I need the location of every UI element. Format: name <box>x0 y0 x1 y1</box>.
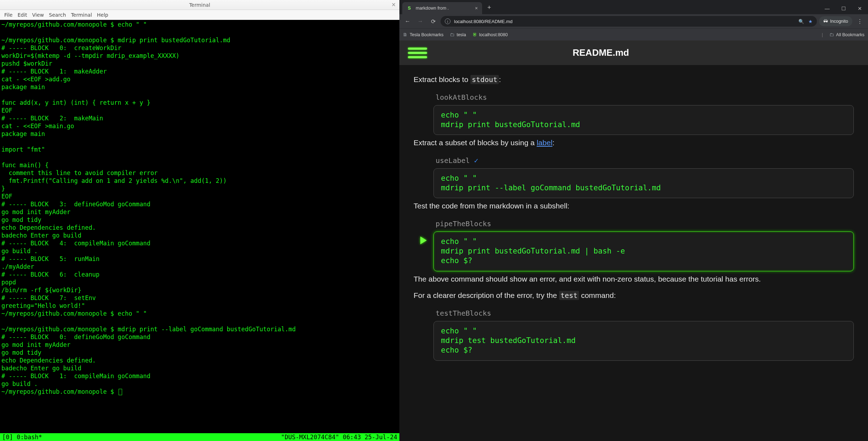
kebab-menu-icon[interactable]: ⋮ <box>855 16 865 27</box>
bookmarks-bar: 🗎Tesla Bookmarks🗀tesla⛨localhost:8080|🗀A… <box>399 28 868 40</box>
code-block[interactable]: echo " " mdrip print bustedGoTutorial.md… <box>433 232 854 271</box>
code-block-label: pipeTheBlocks <box>436 218 854 229</box>
hamburger-icon[interactable] <box>408 48 427 58</box>
run-spacer <box>414 168 433 198</box>
incognito-badge[interactable]: 🕶 Incognito <box>819 16 852 26</box>
code-block-label-text: pipeTheBlocks <box>436 218 491 229</box>
page-header: README.md <box>399 40 868 65</box>
maximize-icon[interactable]: ☐ <box>835 3 852 14</box>
all-bookmarks-button[interactable]: 🗀All Bookmarks <box>829 32 864 37</box>
code-block[interactable]: echo " " mdrip print bustedGoTutorial.md <box>433 105 854 135</box>
tab-title: markdown from . <box>416 6 449 11</box>
page-content[interactable]: Extract blocks to stdout:lookAtBlocksech… <box>399 65 868 441</box>
code-block-wrap: echo " " mdrip print bustedGoTutorial.md… <box>414 232 854 271</box>
bookmark-label: Tesla Bookmarks <box>410 32 443 37</box>
folder-icon: 🗀 <box>829 32 834 37</box>
browser-window: S markdown from . × + — ☐ ✕ ← → ⟳ i loca… <box>399 0 868 441</box>
code-block-label-text: useLabel <box>436 155 470 166</box>
new-tab-button[interactable]: + <box>484 3 494 13</box>
link-label[interactable]: label <box>537 138 552 147</box>
bookmarks-separator: | <box>822 32 823 37</box>
run-spacer <box>414 321 433 361</box>
site-info-icon[interactable]: i <box>445 18 451 24</box>
bookmark-label: tesla <box>457 32 466 37</box>
menu-search[interactable]: Search <box>49 12 66 18</box>
check-icon: ✓ <box>474 155 478 166</box>
tmux-statusbar: [0] 0:bash* "DUS-MXL2074C84" 06:43 25-Ju… <box>0 433 399 441</box>
window-controls: — ☐ ✕ <box>819 3 868 14</box>
menu-file[interactable]: File <box>4 12 12 18</box>
address-bar[interactable]: i localhost:8080/README.md 🔍 ★ <box>441 16 817 27</box>
terminal-window: Terminal × FileEditViewSearchTerminalHel… <box>0 0 399 441</box>
status-left: [0] 0:bash* <box>2 433 42 441</box>
terminal-titlebar[interactable]: Terminal × <box>0 0 399 10</box>
inline-code: stdout <box>470 75 499 84</box>
section-text: The above command should show an error, … <box>414 273 854 285</box>
terminal-cursor <box>119 389 122 395</box>
folder-icon: 🗀 <box>450 32 454 37</box>
section-text: Extract blocks to stdout: <box>414 74 854 86</box>
tab-favicon-icon: S <box>406 5 412 11</box>
url-text: localhost:8080/README.md <box>454 19 513 24</box>
menu-edit[interactable]: Edit <box>17 12 27 18</box>
menu-terminal[interactable]: Terminal <box>71 12 92 18</box>
code-block-label: lookAtBlocks <box>436 92 854 103</box>
code-block[interactable]: echo " " mdrip print --label goCommand b… <box>433 168 854 198</box>
browser-toolbar: ← → ⟳ i localhost:8080/README.md 🔍 ★ 🕶 I… <box>399 14 868 28</box>
shield-icon: ⛨ <box>473 32 477 37</box>
incognito-icon: 🕶 <box>823 19 828 24</box>
code-block-label: testTheBlocks <box>436 308 854 319</box>
bookmark-star-icon[interactable]: ★ <box>808 19 813 24</box>
run-spacer <box>414 105 433 135</box>
terminal-body[interactable]: ~/myrepos/github.com/monopole $ echo " "… <box>0 20 399 441</box>
terminal-title: Terminal <box>189 2 210 8</box>
section-text: For a clearer description of the error, … <box>414 290 854 301</box>
code-block-wrap: echo " " mdrip print bustedGoTutorial.md <box>414 105 854 135</box>
tab-strip-row: S markdown from . × + — ☐ ✕ <box>399 0 868 14</box>
tab-strip: S markdown from . × + <box>399 2 494 14</box>
minimize-icon[interactable]: — <box>819 3 835 14</box>
doc-icon: 🗎 <box>403 32 408 37</box>
code-block-label: useLabel✓ <box>436 155 854 166</box>
play-icon <box>420 236 427 244</box>
section-text: Extract a subset of blocks by using a la… <box>414 137 854 149</box>
window-close-icon[interactable]: ✕ <box>852 3 868 14</box>
page-title: README.md <box>573 47 629 58</box>
menu-help[interactable]: Help <box>97 12 108 18</box>
bookmark-label: localhost:8080 <box>479 32 508 37</box>
bookmark-tesla-bookmarks[interactable]: 🗎Tesla Bookmarks <box>403 32 443 37</box>
code-block[interactable]: echo " " mdrip test bustedGoTutorial.md … <box>433 321 854 361</box>
run-button[interactable] <box>414 232 433 271</box>
code-block-label-text: lookAtBlocks <box>436 92 487 103</box>
close-icon[interactable]: × <box>391 1 396 8</box>
back-button[interactable]: ← <box>402 16 413 27</box>
terminal-menubar: FileEditViewSearchTerminalHelp <box>0 10 399 20</box>
inline-code: test <box>559 291 579 300</box>
terminal-output[interactable]: ~/myrepos/github.com/monopole $ echo " "… <box>0 20 399 396</box>
section-text: Test the code from the markdown in a sub… <box>414 200 854 212</box>
code-block-wrap: echo " " mdrip print --label goCommand b… <box>414 168 854 198</box>
incognito-label: Incognito <box>830 19 848 24</box>
code-block-wrap: echo " " mdrip test bustedGoTutorial.md … <box>414 321 854 361</box>
reload-button[interactable]: ⟳ <box>428 16 438 27</box>
all-bookmarks-label: All Bookmarks <box>836 32 864 37</box>
zoom-icon[interactable]: 🔍 <box>798 19 804 24</box>
status-right: "DUS-MXL2074C84" 06:43 25-Jul-24 <box>281 433 397 441</box>
bookmark-tesla[interactable]: 🗀tesla <box>450 32 466 37</box>
browser-tab[interactable]: S markdown from . × <box>402 2 482 14</box>
code-block-label-text: testTheBlocks <box>436 308 491 319</box>
bookmark-localhost-8080[interactable]: ⛨localhost:8080 <box>473 32 508 37</box>
forward-button[interactable]: → <box>415 16 426 27</box>
menu-view[interactable]: View <box>32 12 44 18</box>
tab-close-icon[interactable]: × <box>475 5 478 11</box>
